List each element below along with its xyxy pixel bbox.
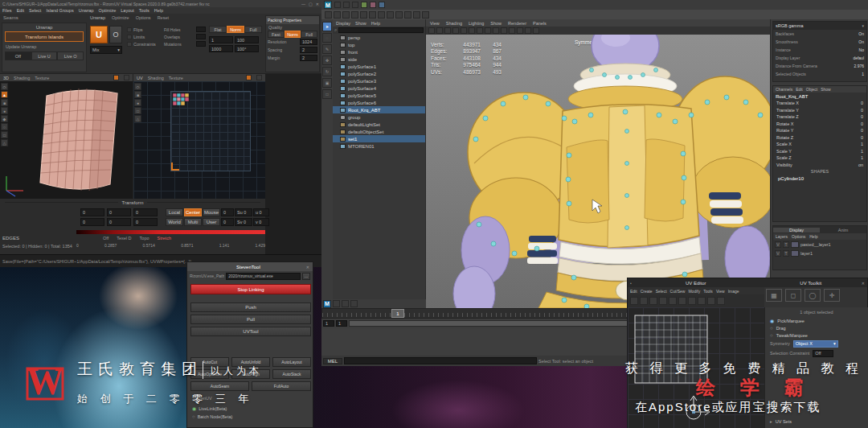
toolbar-icon[interactable] — [342, 300, 349, 307]
multi-button[interactable]: Multi — [184, 218, 202, 226]
mutations-field[interactable] — [196, 41, 206, 47]
minimize-icon[interactable]: — — [301, 2, 305, 6]
menu-select[interactable]: Select — [27, 8, 43, 13]
uv-toolbar-icon[interactable] — [678, 297, 686, 305]
shelf-icon[interactable] — [387, 11, 394, 19]
tool-icon[interactable]: ◇ — [1, 83, 8, 90]
channel-row[interactable]: Scale Y1 — [773, 148, 866, 155]
outliner-item[interactable]: polySurface5 — [333, 92, 425, 99]
packing-seg-fast[interactable]: Fast — [268, 31, 285, 38]
uvtool-button[interactable]: UVTool — [190, 327, 311, 336]
channel-row[interactable]: Translate Z0 — [773, 113, 866, 121]
toggle-off[interactable]: Off — [5, 51, 31, 60]
outliner-menu-show[interactable]: Show — [355, 21, 366, 26]
viewport-bar-icon[interactable] — [436, 27, 443, 34]
outliner-item-selected[interactable]: set1 — [333, 135, 425, 142]
viewport-bar-icon[interactable] — [477, 27, 483, 34]
viewport-3d-canvas[interactable]: ◇ ▲ ■ ● ◆ ○ □ △ — [0, 81, 133, 199]
outliner-item[interactable]: side — [333, 56, 425, 63]
transform-field[interactable]: 0 — [221, 218, 234, 226]
outliner-item[interactable]: defaultLightSet — [333, 121, 425, 128]
tool-icon[interactable]: △ — [134, 115, 141, 122]
shelf-icon[interactable] — [351, 11, 358, 19]
transform-field[interactable]: 0 — [80, 218, 104, 226]
panel-menu-panels[interactable]: Panels — [533, 21, 547, 26]
spacing-field[interactable]: 2 — [300, 47, 317, 53]
ribbon-tab-optimize[interactable]: Optimize — [112, 15, 129, 20]
autolayout-button[interactable]: AutoLayout — [272, 357, 311, 367]
symmetry-dropdown[interactable]: Object X▾ — [793, 340, 838, 348]
layer-name[interactable]: layer1 — [800, 251, 813, 256]
layer-name[interactable]: pasted__layer1 — [800, 242, 831, 247]
value-field-3[interactable]: 1000 — [209, 45, 233, 52]
outliner-item[interactable]: persp — [333, 34, 425, 41]
outliner-item[interactable]: defaultObjectSet — [333, 128, 425, 135]
shelf-icon[interactable] — [342, 11, 350, 19]
fullauto-button[interactable]: FullAuto — [252, 381, 311, 391]
mode-texel[interactable]: Texel D — [117, 236, 131, 241]
shelf-icon[interactable] — [395, 11, 403, 19]
toolbar-icon[interactable] — [352, 2, 358, 8]
batchnode-checkbox-label[interactable]: Batch Node(Beta) — [198, 414, 233, 419]
transform-field[interactable]: 0 — [133, 208, 158, 216]
tool-icon[interactable]: ◆ — [1, 115, 8, 122]
autoalign-button[interactable]: AutoAlign — [231, 369, 270, 379]
viewport-icon[interactable] — [124, 75, 129, 80]
panel-menu-show[interactable]: Show — [490, 21, 502, 26]
center-button[interactable]: Center — [184, 208, 202, 216]
viewport-uv-canvas[interactable]: ◇ ■ ● □ △ — [133, 81, 265, 199]
menu-optimize[interactable]: Optimize — [96, 8, 119, 13]
channel-row[interactable]: Rotate Y0 — [773, 127, 866, 134]
transform-field[interactable]: 0 — [221, 208, 234, 216]
uv-menu-cutsew[interactable]: Cut/Sew — [670, 289, 686, 294]
mouse-button[interactable]: Mouse — [203, 208, 220, 216]
value-field-4[interactable]: 100° — [235, 45, 259, 52]
layers-options-menu[interactable]: Options — [792, 234, 805, 239]
browse-button[interactable]: ... — [302, 273, 310, 280]
transform-field[interactable]: Su 0 — [235, 208, 252, 216]
shape-name[interactable]: pCylinder10 — [778, 176, 804, 181]
uv-mode-pick[interactable]: ◉Pick/Marquee — [765, 317, 868, 324]
maya-viewport-canvas[interactable]: Verts:443971434 Edges:893947867 Faces:44… — [426, 35, 770, 308]
uv-toolbar-icon[interactable] — [707, 297, 715, 305]
uv-mode-tweak[interactable]: ○Tweak/Marquee — [765, 331, 868, 339]
channelbox-menu-edit[interactable]: Edit — [796, 87, 803, 92]
livelink-checkbox-label[interactable]: LiveLink(Beta) — [199, 406, 227, 411]
channelbox-menu-channels[interactable]: Channels — [776, 87, 792, 92]
close-icon[interactable]: ✕ — [316, 2, 319, 6]
shelf-icon[interactable] — [404, 11, 411, 19]
current-frame-marker[interactable]: 1 — [391, 309, 404, 318]
channel-row[interactable]: Scale Z1 — [773, 154, 866, 162]
tool-icon[interactable]: ● — [134, 99, 141, 106]
transform-field[interactable]: 0 — [107, 218, 131, 226]
channel-row[interactable]: Translate X0 — [773, 100, 866, 107]
toolbar-icon[interactable] — [350, 300, 358, 307]
layers-menu[interactable]: Layers — [776, 234, 788, 239]
mode-dropdown[interactable]: Mix▾ — [90, 46, 122, 54]
autostack-button[interactable]: AutoStack — [272, 369, 311, 379]
packing-properties-title[interactable]: Packing Properties — [268, 18, 301, 23]
tool-icon[interactable]: ■ — [1, 99, 8, 106]
toolbar-icon[interactable] — [361, 2, 367, 8]
view-uv-menu[interactable]: UV — [137, 76, 143, 80]
seg-flat[interactable]: Flat — [209, 26, 227, 33]
uv-menu-create[interactable]: Create — [641, 289, 653, 294]
channel-row[interactable]: Translate Y0 — [773, 107, 866, 114]
resolution-field[interactable]: 1024 — [300, 39, 317, 45]
layers-help-menu[interactable]: Help — [809, 234, 817, 239]
close-icon[interactable]: ✕ — [306, 265, 309, 270]
view-3d-texture-menu[interactable]: Texture — [35, 76, 49, 80]
outliner-item[interactable]: polySurface6 — [333, 99, 425, 106]
channel-row[interactable]: Scale X1 — [773, 141, 866, 148]
shelf-icon[interactable] — [413, 11, 420, 19]
toggle-live-u[interactable]: Live U — [31, 51, 58, 60]
uv-menu-select[interactable]: Select — [656, 289, 667, 294]
uv-menu-modify[interactable]: Modify — [688, 289, 700, 294]
shelf-icon[interactable] — [360, 11, 367, 19]
viewport-icon[interactable] — [256, 75, 262, 80]
seg-norm[interactable]: Norm — [227, 26, 244, 33]
stop-linking-button[interactable]: Stop Linking — [190, 284, 311, 294]
maya-titlebar[interactable]: M — [321, 0, 868, 10]
uv-toolbar-icon[interactable] — [688, 297, 696, 305]
uv-menu-edit[interactable]: Edit — [630, 289, 637, 294]
